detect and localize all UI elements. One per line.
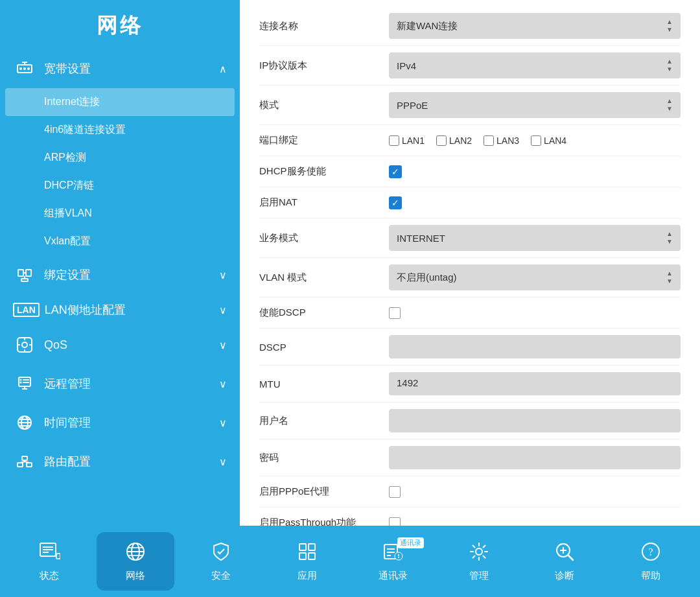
router-icon	[13, 57, 36, 80]
row-password: 密码	[259, 439, 681, 476]
nav-comms[interactable]: 通讯录 通讯录	[354, 532, 432, 591]
nav-status[interactable]: 状态	[10, 532, 88, 591]
sidebar: 网络 宽带设置 ∧ Internet连接	[0, 0, 240, 526]
port-lan1[interactable]: LAN1	[389, 135, 425, 146]
nav-network[interactable]: 网络	[97, 532, 174, 591]
svg-rect-48	[309, 553, 315, 559]
svg-point-55	[398, 557, 399, 558]
checkbox-dscp-enable[interactable]	[389, 307, 401, 319]
sidebar-item-vxlan[interactable]: Vxlan配置	[0, 228, 240, 255]
input-password[interactable]	[389, 446, 681, 469]
svg-line-58	[568, 555, 573, 560]
section-label-binding: 绑定设置	[44, 267, 91, 283]
arrow-lan: ∨	[219, 304, 227, 316]
arrow-route: ∨	[219, 456, 227, 468]
port-lan4[interactable]: LAN4	[531, 135, 566, 146]
nav-comms-label: 通讯录	[379, 570, 408, 582]
label-mtu: MTU	[259, 379, 389, 390]
nav-app-label: 应用	[298, 570, 317, 582]
nav-app[interactable]: 应用	[268, 532, 346, 591]
control-username	[389, 409, 681, 432]
row-service-mode: 业务模式 INTERNET ▲ ▼	[259, 218, 681, 258]
section-header-route[interactable]: 路由配置 ∨	[0, 442, 240, 481]
section-header-remote[interactable]: 远程管理 ∨	[0, 364, 240, 403]
section-label-time: 时间管理	[44, 415, 91, 430]
remote-icon	[13, 372, 36, 395]
section-header-binding[interactable]: 绑定设置 ∨	[0, 255, 240, 294]
label-pppoe-proxy: 启用PPPoE代理	[259, 486, 389, 498]
svg-rect-29	[18, 463, 23, 467]
section-header-qos[interactable]: QoS ∨	[0, 325, 240, 364]
svg-point-5	[27, 67, 30, 70]
security-icon	[210, 541, 232, 567]
nav-network-label: 网络	[126, 570, 145, 582]
sidebar-item-dhcp[interactable]: DHCP清链	[0, 172, 240, 200]
broadband-subitems: Internet连接 4in6隧道连接设置 ARP检测 DHCP清链 组播VLA…	[0, 88, 240, 255]
control-conn-name: 新建WAN连接 ▲ ▼	[389, 13, 681, 39]
label-conn-name: 连接名称	[259, 20, 389, 32]
lan-badge: LAN	[13, 303, 40, 317]
label-port-bind: 端口绑定	[259, 134, 389, 146]
select-arrows-conn-name: ▲ ▼	[666, 18, 673, 34]
route-icon	[13, 450, 36, 473]
control-service-mode: INTERNET ▲ ▼	[389, 225, 681, 251]
bottom-nav: 状态 网络 安全	[0, 526, 700, 597]
sidebar-item-vlan[interactable]: 组播VLAN	[0, 200, 240, 228]
section-label-route: 路由配置	[44, 454, 91, 469]
nav-help-label: 帮助	[641, 570, 660, 582]
svg-rect-6	[18, 270, 23, 276]
arrow-time: ∨	[219, 417, 227, 429]
select-conn-name[interactable]: 新建WAN连接 ▲ ▼	[389, 13, 681, 39]
svg-rect-31	[22, 456, 27, 460]
svg-point-3	[19, 67, 22, 70]
select-mode[interactable]: PPPoE ▲ ▼	[389, 92, 681, 118]
checkbox-passthrough[interactable]	[389, 517, 401, 526]
sidebar-item-internet[interactable]: Internet连接	[5, 88, 235, 116]
row-nat-enable: 启用NAT ✓	[259, 187, 681, 218]
nav-manage[interactable]: 管理	[440, 532, 518, 591]
svg-rect-30	[27, 463, 32, 467]
label-password: 密码	[259, 452, 389, 464]
select-arrows-ip: ▲ ▼	[666, 58, 673, 73]
qos-icon	[13, 333, 36, 357]
control-password	[389, 446, 681, 469]
row-dscp-enable: 使能DSCP	[259, 298, 681, 329]
sidebar-item-arp[interactable]: ARP检测	[0, 144, 240, 172]
status-icon	[38, 541, 60, 567]
input-username[interactable]	[389, 409, 681, 432]
network-icon	[124, 541, 146, 567]
checkbox-pppoe-proxy[interactable]	[389, 486, 401, 498]
input-mtu[interactable]: 1492	[389, 372, 681, 395]
svg-rect-46	[309, 544, 315, 550]
row-mtu: MTU 1492	[259, 366, 681, 403]
nav-security[interactable]: 安全	[182, 532, 260, 591]
checkbox-dhcp-enable[interactable]: ✓	[389, 165, 402, 178]
sidebar-item-4in6[interactable]: 4in6隧道连接设置	[0, 116, 240, 144]
diagnose-icon	[554, 541, 576, 567]
section-label-lan: LAN侧地址配置	[45, 302, 126, 318]
row-username: 用户名	[259, 403, 681, 439]
svg-rect-9	[21, 279, 28, 281]
section-header-lan[interactable]: LAN LAN侧地址配置 ∨	[0, 294, 240, 325]
nav-diagnose[interactable]: 诊断	[526, 532, 603, 591]
svg-rect-7	[26, 270, 31, 276]
section-header-broadband[interactable]: 宽带设置 ∧	[0, 49, 240, 88]
row-vlan-mode: VLAN 模式 不启用(untag) ▲ ▼	[259, 258, 681, 298]
nav-help[interactable]: ? 帮助	[612, 532, 690, 591]
section-label-remote: 远程管理	[44, 376, 91, 392]
port-lan3[interactable]: LAN3	[484, 135, 519, 146]
control-ip-version: IPv4 ▲ ▼	[389, 53, 681, 78]
nav-status-label: 状态	[40, 570, 59, 582]
nav-diagnose-label: 诊断	[555, 570, 574, 582]
select-ip-version[interactable]: IPv4 ▲ ▼	[389, 53, 681, 78]
row-conn-name: 连接名称 新建WAN连接 ▲ ▼	[259, 6, 681, 46]
input-dscp[interactable]	[389, 335, 681, 358]
arrow-broadband: ∧	[219, 63, 227, 75]
checkbox-nat-enable[interactable]: ✓	[389, 196, 402, 209]
port-lan2[interactable]: LAN2	[436, 135, 472, 146]
select-service-mode[interactable]: INTERNET ▲ ▼	[389, 225, 681, 251]
select-vlan-mode[interactable]: 不启用(untag) ▲ ▼	[389, 264, 681, 290]
row-ip-version: IP协议版本 IPv4 ▲ ▼	[259, 46, 681, 86]
section-header-time[interactable]: 时间管理 ∨	[0, 403, 240, 442]
port-bind-group: LAN1 LAN2 LAN3 LAN4	[389, 135, 681, 146]
